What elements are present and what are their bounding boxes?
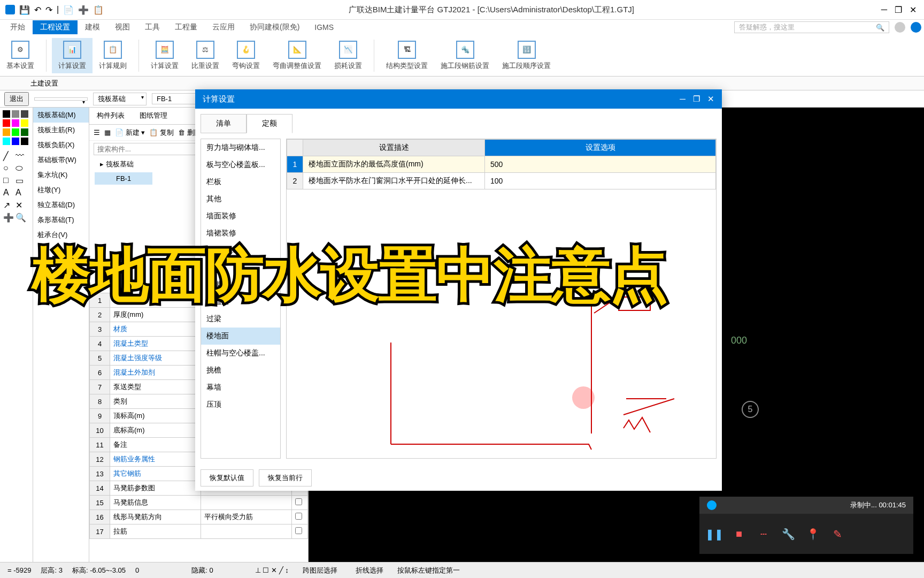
- prop-row-num[interactable]: 8: [90, 394, 110, 409]
- dialog-max-icon[interactable]: ❐: [693, 94, 700, 104]
- avatar-icon[interactable]: [895, 22, 905, 33]
- prop-value[interactable]: [201, 496, 292, 510]
- maximize-icon[interactable]: ❐: [895, 5, 902, 15]
- menu-modeling[interactable]: 建模: [78, 20, 107, 34]
- qat-redo-icon[interactable]: ↷: [45, 5, 52, 15]
- qat-save-icon[interactable]: 💾: [19, 5, 30, 15]
- nav-raft-main-rebar[interactable]: 筏板主筋(R): [33, 123, 89, 138]
- restore-defaults-button[interactable]: 恢复默认值: [201, 469, 253, 486]
- qat-icon-2[interactable]: ➕: [78, 5, 89, 15]
- color-red[interactable]: [3, 119, 10, 127]
- dialog-tab-quota[interactable]: 定额: [247, 114, 292, 133]
- ribbon-hook-settings[interactable]: 🪝弯钩设置: [226, 38, 266, 73]
- rec-mark-button[interactable]: ┄: [756, 527, 771, 542]
- exit-button[interactable]: 退出: [4, 92, 29, 106]
- color-magenta[interactable]: [12, 119, 19, 127]
- nav-raft-neg-rebar[interactable]: 筏板负筋(X): [33, 138, 89, 153]
- prop-check[interactable]: [295, 498, 302, 505]
- tab-member-list[interactable]: 构件列表: [89, 108, 132, 124]
- copy-member-button[interactable]: 📋 复制: [149, 128, 174, 138]
- ribbon-calc-settings-2[interactable]: 🧮计算设置: [144, 38, 185, 73]
- prop-row-num[interactable]: 5: [90, 351, 110, 366]
- ribbon-calc-rules[interactable]: 📋计算规则: [93, 38, 133, 73]
- prop-row-num[interactable]: 14: [90, 481, 110, 496]
- ribbon-loss-settings[interactable]: 📉损耗设置: [328, 38, 368, 73]
- dropdown-layer[interactable]: [34, 97, 88, 101]
- sb-cross-layer[interactable]: 跨图层选择: [298, 565, 342, 576]
- qat-icon-3[interactable]: 📋: [93, 5, 104, 15]
- prop-row-num[interactable]: 15: [90, 496, 110, 510]
- ribbon-struct-type[interactable]: 🏗结构类型设置: [380, 38, 434, 73]
- dialog-cat-item[interactable]: 其他: [201, 191, 280, 208]
- prop-row-num[interactable]: 4: [90, 337, 110, 351]
- color-black2[interactable]: [21, 138, 28, 145]
- sb-snap-icons[interactable]: ⊥ ☐ ✕ ╱ ↕: [255, 566, 289, 574]
- nav-strip-foundation[interactable]: 条形基础(T): [33, 212, 89, 227]
- qat-icon-1[interactable]: 📄: [63, 5, 74, 15]
- dialog-cat-item[interactable]: 楼地面: [201, 328, 280, 345]
- color-dark[interactable]: [21, 110, 28, 118]
- color-gray[interactable]: [12, 110, 19, 118]
- ribbon-weight-settings[interactable]: ⚖比重设置: [185, 38, 226, 73]
- nav-foundation-strip[interactable]: 基础板带(W): [33, 153, 89, 168]
- minimize-icon[interactable]: ─: [881, 5, 887, 15]
- draw-tools[interactable]: ╱〰 ○⬭ □▭ AA ↗✕ ➕🔍: [0, 148, 33, 225]
- menu-tools[interactable]: 工具: [137, 20, 167, 34]
- dialog-cat-item[interactable]: 柱帽与空心楼盖...: [201, 345, 280, 362]
- menu-view[interactable]: 视图: [107, 20, 137, 34]
- rec-stop-button[interactable]: ■: [732, 527, 746, 542]
- dialog-cat-item[interactable]: 墙面装修: [201, 208, 280, 225]
- cloud-icon[interactable]: [911, 22, 921, 33]
- color-yellow[interactable]: [21, 119, 28, 127]
- dialog-min-icon[interactable]: ─: [680, 94, 686, 104]
- prop-row-num[interactable]: 10: [90, 423, 110, 438]
- menu-project-settings[interactable]: 工程设置: [33, 20, 78, 34]
- color-darkgreen[interactable]: [21, 128, 28, 136]
- color-green[interactable]: [12, 128, 19, 136]
- menu-start[interactable]: 开始: [3, 20, 33, 34]
- prop-row-num[interactable]: 3: [90, 322, 110, 337]
- new-member-button[interactable]: 📄 新建 ▾: [115, 128, 145, 138]
- menu-collab[interactable]: 协同建模(限免): [242, 20, 307, 34]
- prop-row-num[interactable]: 11: [90, 438, 110, 452]
- menu-igms[interactable]: IGMS: [307, 21, 341, 34]
- rec-pen-button[interactable]: ✎: [830, 527, 845, 542]
- nav-pier[interactable]: 柱墩(Y): [33, 182, 89, 197]
- prop-row-num[interactable]: 12: [90, 452, 110, 467]
- row-1-val[interactable]: 500: [485, 156, 716, 173]
- nav-sump[interactable]: 集水坑(K): [33, 168, 89, 182]
- prop-row-num[interactable]: 16: [90, 510, 110, 524]
- rec-pause-button[interactable]: ❚❚: [707, 527, 722, 542]
- sb-polyline-select[interactable]: 折线选择: [351, 565, 388, 576]
- color-blue[interactable]: [12, 138, 19, 145]
- dialog-close-icon[interactable]: ✕: [707, 94, 714, 104]
- prop-value[interactable]: 平行横向受力筋: [201, 510, 292, 524]
- nav-raft-foundation[interactable]: 筏板基础(M): [33, 108, 89, 123]
- dialog-cat-item[interactable]: 剪力墙与砌体墙...: [201, 139, 280, 156]
- ribbon-basic-settings[interactable]: ⚙基本设置: [0, 38, 41, 73]
- list-view-icon[interactable]: ☰: [94, 128, 100, 136]
- color-orange[interactable]: [3, 128, 10, 136]
- prop-row-num[interactable]: 7: [90, 380, 110, 394]
- prop-row-num[interactable]: 17: [90, 524, 110, 539]
- grid-view-icon[interactable]: ▦: [104, 128, 111, 136]
- tree-leaf-fb1[interactable]: FB-1: [95, 172, 152, 185]
- dialog-cat-item[interactable]: 挑檐: [201, 362, 280, 379]
- dialog-cat-item[interactable]: 板与空心楼盖板...: [201, 156, 280, 173]
- prop-value[interactable]: [201, 524, 292, 539]
- color-black[interactable]: [3, 110, 10, 118]
- dialog-cat-item[interactable]: 压顶: [201, 396, 280, 413]
- rec-pin-button[interactable]: 📍: [805, 527, 820, 542]
- help-search[interactable]: 答疑解惑，搜这里🔍: [734, 21, 889, 33]
- ribbon-section-order[interactable]: 🔢施工段顺序设置: [496, 38, 557, 73]
- color-cyan[interactable]: [3, 138, 10, 145]
- dropdown-component-type[interactable]: 筏板基础: [93, 93, 147, 105]
- prop-check[interactable]: [295, 527, 302, 534]
- ribbon-section-rebar[interactable]: 🔩施工段钢筋设置: [434, 38, 496, 73]
- prop-row-num[interactable]: 9: [90, 409, 110, 423]
- dialog-cat-item[interactable]: 幕墙: [201, 379, 280, 396]
- row-2-val[interactable]: 100: [485, 173, 716, 189]
- nav-indep-foundation[interactable]: 独立基础(D): [33, 197, 89, 212]
- ribbon-bend-settings[interactable]: 📐弯曲调整值设置: [266, 38, 328, 73]
- qat-undo-icon[interactable]: ↶: [34, 5, 41, 15]
